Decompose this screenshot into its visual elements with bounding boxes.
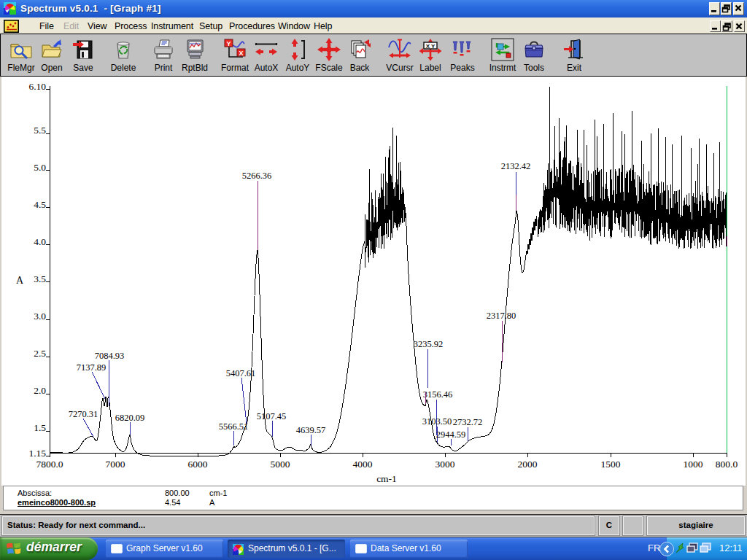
svg-text:1.15: 1.15 <box>28 448 46 459</box>
svg-text:3156.46: 3156.46 <box>423 389 453 400</box>
svg-text:3.5: 3.5 <box>34 273 46 284</box>
svg-text:7000: 7000 <box>106 459 125 470</box>
svg-text:3.0: 3.0 <box>34 311 46 322</box>
svg-text:5.0: 5.0 <box>34 162 46 173</box>
svg-text:2.5: 2.5 <box>34 348 46 359</box>
svg-text:6.10: 6.10 <box>28 81 46 92</box>
svg-text:cm-1: cm-1 <box>376 473 397 484</box>
svg-text:5566.51: 5566.51 <box>219 421 249 432</box>
svg-text:5.5: 5.5 <box>34 125 46 136</box>
svg-text:5266.36: 5266.36 <box>242 171 272 181</box>
svg-text:2732.72: 2732.72 <box>453 417 483 427</box>
svg-text:2317.80: 2317.80 <box>487 311 516 321</box>
svg-text:6820.09: 6820.09 <box>115 413 145 423</box>
svg-text:1.5: 1.5 <box>34 422 46 433</box>
svg-text:Y: Y <box>226 40 231 47</box>
svg-text:4.5: 4.5 <box>34 199 46 210</box>
svg-text:X: X <box>239 50 243 57</box>
svg-text:A: A <box>16 275 24 286</box>
svg-text:1500: 1500 <box>601 459 621 470</box>
svg-text:7270.31: 7270.31 <box>69 409 98 419</box>
svg-text:5107.45: 5107.45 <box>257 411 287 421</box>
svg-text:7800.0: 7800.0 <box>36 459 63 470</box>
svg-text:800.0: 800.0 <box>716 459 738 470</box>
svg-text:2000: 2000 <box>518 459 538 470</box>
svg-text:6000: 6000 <box>188 459 208 470</box>
svg-text:2.0: 2.0 <box>34 385 46 396</box>
svg-text:7137.89: 7137.89 <box>77 362 107 373</box>
svg-text:2132.42: 2132.42 <box>501 161 531 171</box>
svg-text:1000: 1000 <box>684 459 703 470</box>
svg-text:3235.92: 3235.92 <box>414 339 444 349</box>
svg-text:5000: 5000 <box>271 459 290 470</box>
svg-text:5407.61: 5407.61 <box>226 368 256 378</box>
svg-text:2944.59: 2944.59 <box>436 429 466 440</box>
svg-text:4000: 4000 <box>353 459 373 470</box>
svg-text:7084.93: 7084.93 <box>95 351 125 361</box>
svg-text:3000: 3000 <box>436 459 455 470</box>
svg-text:X Y: X Y <box>426 43 436 50</box>
svg-text:4.0: 4.0 <box>34 236 46 247</box>
svg-text:3103.50: 3103.50 <box>422 416 452 427</box>
svg-text:4639.57: 4639.57 <box>296 425 326 435</box>
